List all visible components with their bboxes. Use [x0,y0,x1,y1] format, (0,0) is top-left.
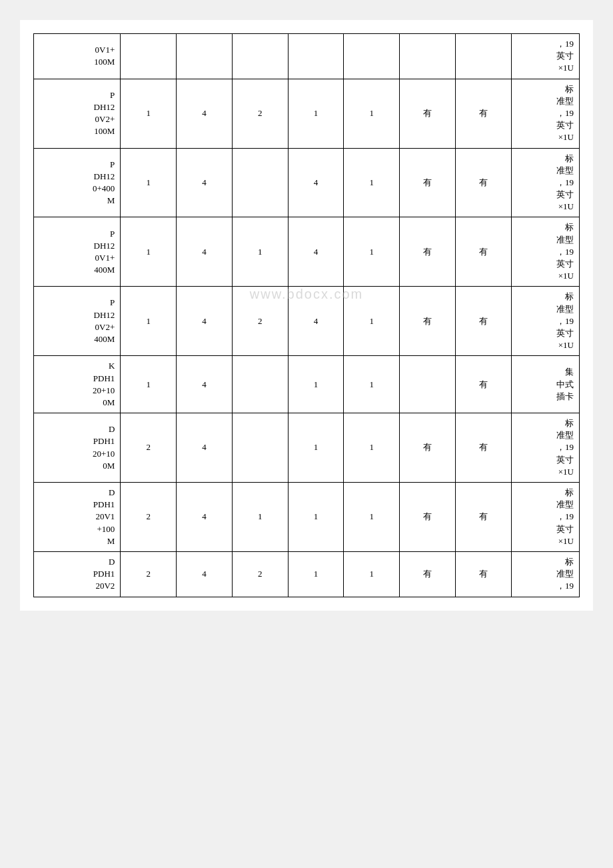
table-cell-row6-col5: 1 [344,413,400,483]
table-cell-row5-col1: 1 [121,356,177,413]
table-cell-row0-col8: ，19英寸×1U [511,34,579,79]
table-cell-row4-col0: PDH120V2+400M [34,287,121,356]
table-cell-row7-col0: DPDH120V1+100M [34,483,121,552]
table-cell-row7-col8: 标准型，19英寸×1U [511,483,579,552]
table-cell-row4-col2: 4 [177,287,233,356]
table-cell-row2-col5: 1 [344,148,400,217]
table-cell-row3-col4: 4 [288,217,344,287]
table-cell-row0-col3 [232,34,288,79]
table-cell-row4-col7: 有 [455,287,511,356]
table-cell-row5-col7: 有 [455,356,511,413]
table-cell-row3-col7: 有 [455,217,511,287]
table-cell-row0-col0: 0V1+100M [34,34,121,79]
table-cell-row4-col6: 有 [400,287,456,356]
table-cell-row1-col3: 2 [232,79,288,148]
table-cell-row8-col8: 标准型，19 [511,551,579,597]
table-cell-row0-col6 [400,34,456,79]
table-cell-row2-col7: 有 [455,148,511,217]
table-cell-row6-col1: 2 [121,413,177,483]
table-cell-row0-col5 [344,34,400,79]
table-cell-row1-col2: 4 [177,79,233,148]
table-cell-row8-col0: DPDH120V2 [34,551,121,597]
table-cell-row2-col1: 1 [121,148,177,217]
table-cell-row4-col5: 1 [344,287,400,356]
table-cell-row5-col2: 4 [177,356,233,413]
table-cell-row8-col1: 2 [121,551,177,597]
table-cell-row5-col5: 1 [344,356,400,413]
table-cell-row7-col1: 2 [121,483,177,552]
table-cell-row0-col4 [288,34,344,79]
table-cell-row3-col0: PDH120V1+400M [34,217,121,287]
table-cell-row6-col3 [232,413,288,483]
table-cell-row2-col2: 4 [177,148,233,217]
table-cell-row1-col7: 有 [455,79,511,148]
table-cell-row1-col0: PDH120V2+100M [34,79,121,148]
table-cell-row4-col3: 2 [232,287,288,356]
table-cell-row1-col8: 标准型，19英寸×1U [511,79,579,148]
table-cell-row8-col4: 1 [288,551,344,597]
table-cell-row8-col2: 4 [177,551,233,597]
table-cell-row6-col7: 有 [455,413,511,483]
table-cell-row7-col6: 有 [400,483,456,552]
table-cell-row5-col3 [232,356,288,413]
table-cell-row2-col8: 标准型，19英寸×1U [511,148,579,217]
table-cell-row0-col2 [177,34,233,79]
table-cell-row8-col6: 有 [400,551,456,597]
table-cell-row3-col6: 有 [400,217,456,287]
table-cell-row5-col4: 1 [288,356,344,413]
table-cell-row2-col4: 4 [288,148,344,217]
table-cell-row4-col8: 标准型，19英寸×1U [511,287,579,356]
data-table: 0V1+100M，19英寸×1UPDH120V2+100M14211有有标准型，… [33,33,580,597]
table-cell-row0-col1 [121,34,177,79]
table-cell-row3-col5: 1 [344,217,400,287]
table-cell-row6-col4: 1 [288,413,344,483]
table-cell-row7-col4: 1 [288,483,344,552]
table-cell-row1-col5: 1 [344,79,400,148]
table-cell-row4-col1: 1 [121,287,177,356]
table-cell-row5-col8: 集中式插卡 [511,356,579,413]
table-cell-row5-col0: KPDH120+100M [34,356,121,413]
table-cell-row1-col6: 有 [400,79,456,148]
table-cell-row3-col3: 1 [232,217,288,287]
table-cell-row6-col0: DPDH120+100M [34,413,121,483]
table-cell-row8-col7: 有 [455,551,511,597]
table-cell-row7-col5: 1 [344,483,400,552]
table-cell-row2-col3 [232,148,288,217]
table-cell-row2-col6: 有 [400,148,456,217]
table-cell-row6-col8: 标准型，19英寸×1U [511,413,579,483]
table-cell-row2-col0: PDH120+400M [34,148,121,217]
table-cell-row3-col2: 4 [177,217,233,287]
table-cell-row3-col8: 标准型，19英寸×1U [511,217,579,287]
table-cell-row5-col6 [400,356,456,413]
table-cell-row6-col2: 4 [177,413,233,483]
table-wrapper: www.bdocx.com 0V1+100M，19英寸×1UPDH120V2+1… [33,33,580,597]
table-cell-row8-col5: 1 [344,551,400,597]
table-cell-row3-col1: 1 [121,217,177,287]
table-cell-row7-col7: 有 [455,483,511,552]
table-cell-row6-col6: 有 [400,413,456,483]
table-cell-row7-col2: 4 [177,483,233,552]
table-cell-row1-col4: 1 [288,79,344,148]
table-cell-row1-col1: 1 [121,79,177,148]
table-cell-row7-col3: 1 [232,483,288,552]
table-cell-row0-col7 [455,34,511,79]
table-cell-row4-col4: 4 [288,287,344,356]
table-cell-row8-col3: 2 [232,551,288,597]
